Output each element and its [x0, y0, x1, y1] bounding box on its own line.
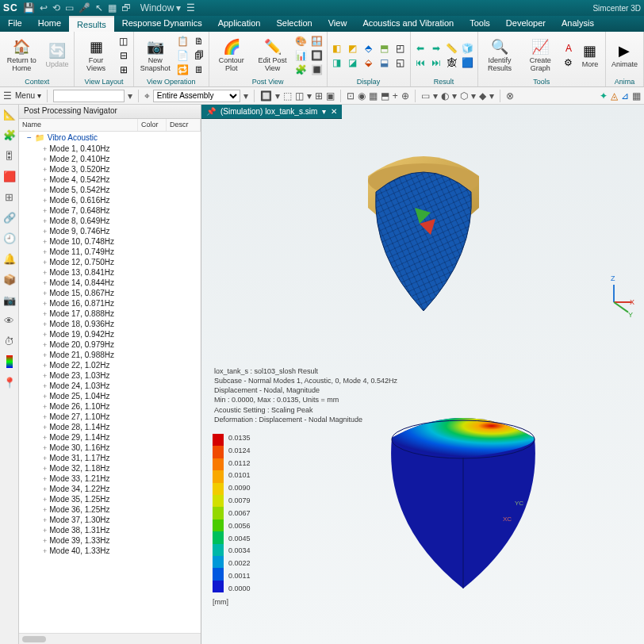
undo-icon[interactable]: ↩: [40, 2, 48, 13]
doc-b-icon[interactable]: 🗐: [193, 49, 205, 62]
cube-i-icon[interactable]: ◰: [394, 42, 407, 55]
col-color[interactable]: Color: [138, 119, 167, 131]
tree-item-mode[interactable]: +Mode 19, 0.942Hz: [19, 329, 201, 339]
tab-acoustics-and-vibration[interactable]: Acoustics and Vibration: [355, 16, 462, 32]
tree-item-mode[interactable]: +Mode 27, 1.10Hz: [19, 412, 201, 422]
paste-icon[interactable]: 📄: [177, 49, 190, 62]
identify-results-button[interactable]: 🔍Identify Results: [481, 36, 519, 75]
cube-a-icon[interactable]: ◧: [331, 42, 343, 55]
font-icon[interactable]: A: [562, 42, 575, 55]
prev-icon[interactable]: ⬅: [414, 42, 427, 55]
tree-item-mode[interactable]: +Mode 22, 1.02Hz: [19, 360, 201, 370]
layout-a-icon[interactable]: ◫: [117, 35, 130, 48]
ts-a-icon[interactable]: 🔲: [260, 90, 272, 102]
filter-icon[interactable]: ⌖: [144, 90, 150, 102]
sb-clock-icon[interactable]: ⏱: [3, 335, 16, 347]
sync-icon[interactable]: 🔁: [177, 63, 190, 76]
tree-item-mode[interactable]: +Mode 6, 0.616Hz: [19, 195, 201, 205]
ts-t-icon[interactable]: ▦: [632, 90, 641, 102]
ts-h-icon[interactable]: ▦: [369, 90, 378, 102]
tree-item-mode[interactable]: +Mode 25, 1.04Hz: [19, 391, 201, 401]
tree-item-mode[interactable]: +Mode 13, 0.841Hz: [19, 267, 201, 278]
ts-b-icon[interactable]: ⬚: [283, 90, 292, 102]
ts-j-icon[interactable]: +: [393, 90, 398, 102]
tab-view[interactable]: View: [320, 16, 355, 32]
res-b-icon[interactable]: 🟦: [462, 56, 474, 69]
cube-b-icon[interactable]: ◨: [331, 56, 343, 69]
pv-a-icon[interactable]: 🎨: [294, 35, 307, 48]
redo-icon[interactable]: ⟲: [52, 2, 60, 13]
tab-application[interactable]: Application: [210, 16, 269, 32]
col-desc[interactable]: Descr: [167, 119, 201, 131]
next-icon[interactable]: ➡: [430, 42, 443, 55]
tool-b-icon[interactable]: ⚙: [562, 56, 575, 69]
tree-item-mode[interactable]: +Mode 2, 0.410Hz: [19, 154, 201, 164]
tab-results[interactable]: Results: [69, 16, 114, 32]
tab-response-dynamics[interactable]: Response Dynamics: [114, 16, 210, 32]
pv-f-icon[interactable]: 🔳: [310, 63, 323, 76]
col-name[interactable]: Name: [19, 119, 138, 131]
mic-icon[interactable]: 🎤: [79, 2, 90, 13]
sb-eye-icon[interactable]: 👁: [3, 314, 16, 327]
cube-g-icon[interactable]: ⬒: [378, 42, 391, 55]
tree-item-mode[interactable]: +Mode 3, 0.520Hz: [19, 164, 201, 174]
tree-root-vibro[interactable]: −📁Vibro Acoustic: [19, 132, 201, 144]
pv-d-icon[interactable]: 🪟: [310, 35, 323, 48]
tree-item-mode[interactable]: +Mode 4, 0.542Hz: [19, 174, 201, 185]
tree-item-mode[interactable]: +Mode 5, 0.542Hz: [19, 185, 201, 195]
ts-r-icon[interactable]: ◬: [611, 90, 618, 102]
ts-p-icon[interactable]: ⊗: [506, 90, 514, 102]
cube-c-icon[interactable]: ◩: [347, 42, 359, 55]
tree-item-mode[interactable]: +Mode 10, 0.748Hz: [19, 236, 201, 247]
ts-s-icon[interactable]: ⊿: [621, 90, 629, 102]
navigator-hscroll[interactable]: [19, 633, 201, 644]
doc-c-icon[interactable]: 🗏: [193, 63, 205, 76]
scale-icon[interactable]: 📏: [446, 42, 458, 55]
tree-item-mode[interactable]: +Mode 21, 0.988Hz: [19, 350, 201, 360]
layout-b-icon[interactable]: ⊟: [117, 49, 130, 62]
tree-item-mode[interactable]: +Mode 28, 1.14Hz: [19, 422, 201, 432]
return-home-button[interactable]: 🏠Return to Home: [3, 36, 40, 75]
tab-analysis[interactable]: Analysis: [554, 16, 602, 32]
grid-icon[interactable]: ▦: [108, 2, 117, 13]
tree-item-mode[interactable]: +Mode 39, 1.33Hz: [19, 535, 201, 546]
tree-item-mode[interactable]: +Mode 8, 0.649Hz: [19, 216, 201, 226]
ts-o-icon[interactable]: ◆: [479, 90, 486, 102]
select-icon[interactable]: ▭: [65, 2, 74, 13]
tree-item-mode[interactable]: +Mode 14, 0.844Hz: [19, 278, 201, 288]
sb-cam-icon[interactable]: 📷: [3, 293, 16, 306]
sb-pin-icon[interactable]: 📍: [3, 376, 16, 389]
tree-item-mode[interactable]: +Mode 32, 1.18Hz: [19, 463, 201, 473]
first-icon[interactable]: ⏮: [414, 56, 427, 69]
ts-n-icon[interactable]: ⬡: [460, 90, 468, 102]
tree-item-mode[interactable]: +Mode 17, 0.888Hz: [19, 309, 201, 319]
mesh-icon[interactable]: 🕸: [446, 56, 458, 69]
tree-item-mode[interactable]: +Mode 1, 0.410Hz: [19, 144, 201, 154]
ts-k-icon[interactable]: ⊕: [401, 90, 409, 102]
pv-c-icon[interactable]: 🧩: [294, 63, 307, 76]
tree-item-mode[interactable]: +Mode 35, 1.25Hz: [19, 494, 201, 504]
last-icon[interactable]: ⏭: [430, 56, 443, 69]
tree-item-mode[interactable]: +Mode 34, 1.22Hz: [19, 484, 201, 494]
sb-part-icon[interactable]: 📐: [3, 108, 16, 121]
search-field[interactable]: [53, 90, 125, 102]
pv-e-icon[interactable]: 🔲: [310, 49, 323, 62]
tree-item-mode[interactable]: +Mode 18, 0.936Hz: [19, 319, 201, 329]
tab-file[interactable]: File: [0, 16, 30, 32]
cube-d-icon[interactable]: ◪: [347, 56, 359, 69]
tab-dropdown-icon[interactable]: ▾: [322, 107, 326, 116]
view-triad[interactable]: Z X Y: [606, 279, 638, 311]
ts-i-icon[interactable]: ⬒: [381, 90, 389, 102]
copy-icon[interactable]: 📋: [177, 35, 190, 48]
ts-e-icon[interactable]: ▣: [326, 90, 335, 102]
tree-item-mode[interactable]: +Mode 31, 1.17Hz: [19, 453, 201, 463]
cube-h-icon[interactable]: ⬓: [378, 56, 391, 69]
hamburger-icon[interactable]: ☰: [3, 90, 12, 102]
sb-legend-icon[interactable]: [6, 355, 13, 368]
menu-dropdown[interactable]: Menu ▾: [15, 91, 41, 100]
tree-item-mode[interactable]: +Mode 29, 1.14Hz: [19, 432, 201, 443]
contour-plot-button[interactable]: 🌈Contour Plot: [213, 36, 251, 75]
pv-b-icon[interactable]: 📊: [294, 49, 307, 62]
tab-developer[interactable]: Developer: [498, 16, 554, 32]
cube-e-icon[interactable]: ⬘: [362, 42, 375, 55]
